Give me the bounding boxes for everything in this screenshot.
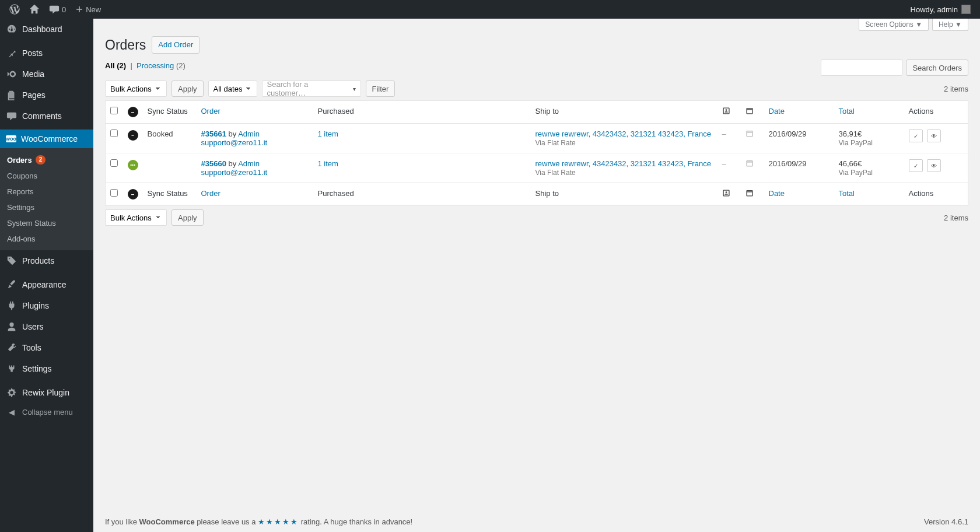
- menu-label: Plugins: [22, 301, 49, 310]
- submenu-coupons[interactable]: Coupons: [0, 168, 93, 184]
- menu-woocommerce[interactable]: woo WooCommerce: [0, 130, 93, 148]
- menu-label: Settings: [22, 364, 52, 373]
- appearance-icon: [6, 279, 18, 290]
- menu-posts[interactable]: Posts: [0, 43, 93, 64]
- submenu-system-status[interactable]: System Status: [0, 215, 93, 231]
- purchased-cell[interactable]: 1 item: [313, 153, 531, 183]
- total-header[interactable]: Total: [834, 101, 904, 124]
- rating-stars[interactable]: ★★★★★: [258, 517, 299, 526]
- add-order-button[interactable]: Add Order: [152, 36, 200, 54]
- ship-address-link[interactable]: rewrwe rewrewr, 43423432, 321321 432423,…: [536, 130, 711, 138]
- purchased-cell[interactable]: 1 item: [313, 124, 531, 153]
- search-area: All (2) | Processing (2) Search Orders: [105, 60, 968, 76]
- select-all-checkbox[interactable]: [110, 107, 118, 114]
- menu-label: Dashboard: [22, 24, 62, 34]
- orders-tbody: – Booked #35661 by Admin supporto@zero11…: [106, 124, 968, 183]
- submenu-orders[interactable]: Orders 2: [0, 152, 93, 168]
- menu-label: WooCommerce: [21, 134, 78, 144]
- date-filter-select[interactable]: All dates: [208, 80, 257, 97]
- apply-button-top[interactable]: Apply: [172, 80, 204, 97]
- menu-products[interactable]: Products: [0, 250, 93, 271]
- orders-table: – Sync Status Order Purchased Ship to Da…: [105, 100, 968, 206]
- menu-users[interactable]: Users: [0, 316, 93, 337]
- notes-cell: [741, 153, 764, 183]
- select-all-checkbox-footer[interactable]: [110, 189, 118, 197]
- status-header: –: [123, 101, 143, 124]
- menu-plugins[interactable]: Plugins: [0, 295, 93, 316]
- svg-point-6: [725, 191, 727, 193]
- row-checkbox[interactable]: [110, 159, 118, 167]
- new-content-button[interactable]: New: [71, 0, 106, 19]
- wordpress-logo-icon[interactable]: [5, 0, 24, 19]
- ship-to-header: Ship to: [531, 101, 718, 124]
- menu-label: Products: [22, 256, 54, 265]
- search-orders-button[interactable]: Search Orders: [906, 60, 968, 76]
- order-user-link[interactable]: Admin: [238, 130, 260, 138]
- ship-to-cell: rewrwe rewrewr, 43423432, 321321 432423,…: [531, 124, 718, 153]
- submenu-settings[interactable]: Settings: [0, 200, 93, 215]
- menu-tools[interactable]: Tools: [0, 337, 93, 358]
- pin-icon: [6, 47, 18, 59]
- comments-icon[interactable]: 0: [44, 0, 71, 19]
- total-cell: 36,91€Via PayPal: [834, 124, 904, 153]
- submenu-reports[interactable]: Reports: [0, 184, 93, 200]
- admin-bar-account[interactable]: Howdy, admin: [911, 5, 975, 14]
- svg-rect-4: [747, 161, 752, 166]
- purchased-header: Purchased: [313, 101, 531, 124]
- complete-action-button[interactable]: ✓: [909, 130, 923, 142]
- order-email-link[interactable]: supporto@zero11.it: [201, 138, 268, 147]
- order-email-link[interactable]: supporto@zero11.it: [201, 168, 268, 177]
- svg-rect-2: [747, 108, 752, 114]
- menu-media[interactable]: Media: [0, 64, 93, 85]
- menu-label: Rewix Plugin: [22, 388, 69, 397]
- menu-label: Tools: [22, 343, 41, 352]
- home-icon[interactable]: [24, 0, 44, 19]
- bulk-actions-select[interactable]: Bulk Actions: [105, 80, 167, 97]
- order-number-link[interactable]: #35661: [201, 130, 226, 138]
- collapse-menu[interactable]: ◀ Collapse menu: [0, 403, 93, 421]
- filter-all[interactable]: All (2): [105, 61, 126, 70]
- screen-options-tab[interactable]: Screen Options ▼: [859, 19, 929, 31]
- date-cell: 2016/09/29: [764, 124, 834, 153]
- order-number-link[interactable]: #35660: [201, 159, 226, 168]
- row-checkbox[interactable]: [110, 130, 118, 137]
- footer: If you like WooCommerce please leave us …: [93, 512, 980, 532]
- page-header: Orders Add Order: [105, 36, 968, 54]
- menu-label: Comments: [22, 111, 62, 121]
- menu-appearance[interactable]: Appearance: [0, 274, 93, 295]
- menu-dashboard[interactable]: Dashboard: [0, 19, 93, 40]
- table-row: ••• #35660 by Admin supporto@zero11.it 1…: [106, 153, 968, 183]
- complete-action-button[interactable]: ✓: [909, 159, 923, 172]
- view-action-button[interactable]: 👁: [927, 130, 941, 142]
- actions-cell: ✓ 👁: [904, 124, 968, 153]
- settings-icon: [6, 363, 18, 374]
- menu-rewix-plugin[interactable]: Rewix Plugin: [0, 382, 93, 403]
- products-icon: [6, 255, 18, 267]
- help-tab[interactable]: Help ▼: [932, 19, 968, 31]
- ship-address-link[interactable]: rewrwe rewrewr, 43423432, 321321 432423,…: [536, 159, 711, 168]
- howdy-greeting: Howdy, admin: [911, 5, 958, 14]
- view-action-button[interactable]: 👁: [927, 159, 941, 172]
- filter-button[interactable]: Filter: [366, 80, 396, 97]
- tablenav-bottom: Bulk Actions Apply 2 items: [105, 209, 968, 226]
- items-count-bottom: 2 items: [944, 214, 968, 222]
- menu-settings[interactable]: Settings: [0, 358, 93, 379]
- sync-status-cell: Booked: [143, 124, 197, 153]
- order-cell: #35660 by Admin supporto@zero11.it: [197, 153, 313, 183]
- menu-comments[interactable]: Comments: [0, 106, 93, 127]
- bulk-actions-select-bottom[interactable]: Bulk Actions: [105, 209, 167, 226]
- filter-processing[interactable]: Processing: [136, 61, 174, 70]
- sync-status-cell: [143, 153, 197, 183]
- date-header[interactable]: Date: [764, 101, 834, 124]
- wp-version: Version 4.6.1: [924, 517, 968, 526]
- customer-search-select[interactable]: Search for a customer…: [262, 80, 361, 97]
- actions-cell: ✓ 👁: [904, 153, 968, 183]
- order-header[interactable]: Order: [197, 101, 313, 124]
- menu-pages[interactable]: Pages: [0, 85, 93, 106]
- apply-button-bottom[interactable]: Apply: [172, 209, 204, 226]
- plugins-icon: [6, 300, 18, 312]
- submenu-addons[interactable]: Add-ons: [0, 231, 93, 247]
- status-header-icon: –: [128, 107, 138, 117]
- search-input[interactable]: [821, 60, 902, 76]
- order-user-link[interactable]: Admin: [238, 159, 260, 168]
